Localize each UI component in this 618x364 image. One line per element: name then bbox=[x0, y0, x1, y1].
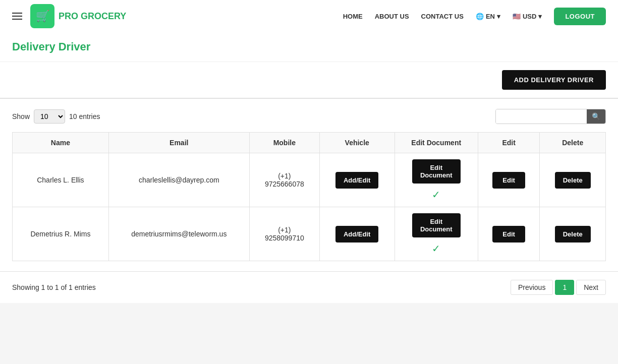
edit-document-button[interactable]: EditDocument bbox=[412, 213, 461, 237]
nav-about[interactable]: ABOUT US bbox=[375, 13, 409, 20]
table-row: Demetrius R. Mims demetriusrmims@telewor… bbox=[13, 207, 606, 261]
page-title-bar: Delivery Driver bbox=[0, 32, 618, 62]
entries-select[interactable]: 10 25 50 100 bbox=[34, 109, 65, 124]
search-icon: 🔍 bbox=[592, 112, 600, 120]
driver-vehicle: Add/Edit bbox=[319, 207, 395, 261]
col-vehicle: Vehicle bbox=[319, 133, 395, 153]
driver-email: charleslellis@dayrep.com bbox=[108, 153, 249, 207]
content-area: ADD DELIVERY DRIVER Show 10 25 50 100 10… bbox=[0, 62, 618, 303]
logo: 🛒 PRO GROCERY bbox=[30, 4, 126, 28]
table-row: Charles L. Ellis charleslellis@dayrep.co… bbox=[13, 153, 606, 207]
vehicle-add-edit-button[interactable]: Add/Edit bbox=[335, 172, 378, 189]
table-header: Name Email Mobile Vehicle Edit Document … bbox=[13, 133, 606, 153]
previous-page-button[interactable]: Previous bbox=[511, 280, 553, 295]
driver-delete: Delete bbox=[540, 207, 606, 261]
driver-delete: Delete bbox=[540, 153, 606, 207]
driver-name: Demetrius R. Mims bbox=[13, 207, 109, 261]
col-edit-document: Edit Document bbox=[395, 133, 478, 153]
logo-post: GROCERY bbox=[81, 11, 126, 21]
language-selector[interactable]: 🌐 EN ▾ bbox=[476, 13, 500, 20]
showing-entries-text: Showing 1 to 1 of 1 entries bbox=[12, 283, 96, 291]
page-title: Delivery Driver bbox=[12, 40, 606, 53]
add-delivery-driver-button[interactable]: ADD DELIVERY DRIVER bbox=[502, 70, 606, 90]
edit-doc-cell: EditDocument ✓ bbox=[403, 213, 470, 255]
data-table: Name Email Mobile Vehicle Edit Document … bbox=[12, 132, 606, 261]
page-number-button[interactable]: 1 bbox=[555, 280, 574, 295]
show-label: Show bbox=[12, 112, 30, 120]
document-check-icon: ✓ bbox=[432, 189, 440, 201]
delete-button[interactable]: Delete bbox=[555, 226, 591, 242]
nav-contact[interactable]: CONTACT US bbox=[421, 13, 464, 20]
header: 🛒 PRO GROCERY HOME ABOUT US CONTACT US 🌐… bbox=[0, 0, 618, 32]
driver-edit: Edit bbox=[478, 153, 539, 207]
edit-doc-cell: EditDocument ✓ bbox=[403, 159, 470, 201]
search-button[interactable]: 🔍 bbox=[587, 109, 605, 124]
lang-label: EN bbox=[486, 13, 495, 20]
col-name: Name bbox=[13, 133, 109, 153]
nav-home[interactable]: HOME bbox=[343, 13, 363, 20]
col-mobile: Mobile bbox=[249, 133, 319, 153]
entries-count-label: 10 entries bbox=[69, 112, 100, 120]
edit-button[interactable]: Edit bbox=[492, 172, 525, 189]
driver-edit: Edit bbox=[478, 207, 539, 261]
next-page-button[interactable]: Next bbox=[576, 280, 606, 295]
logout-button[interactable]: LOGOUT bbox=[554, 8, 606, 25]
logo-pre: PRO bbox=[59, 11, 81, 21]
col-edit: Edit bbox=[478, 133, 539, 153]
driver-edit-doc: EditDocument ✓ bbox=[395, 153, 478, 207]
header-nav: HOME ABOUT US CONTACT US 🌐 EN ▾ 🇺🇸 USD ▾… bbox=[343, 8, 606, 25]
currency-label: USD bbox=[523, 13, 536, 20]
search-box: 🔍 bbox=[495, 109, 606, 124]
delete-button[interactable]: Delete bbox=[555, 172, 591, 189]
search-input[interactable] bbox=[496, 109, 587, 124]
table-controls: Show 10 25 50 100 10 entries 🔍 bbox=[12, 109, 606, 124]
edit-button[interactable]: Edit bbox=[492, 226, 525, 242]
table-body: Charles L. Ellis charleslellis@dayrep.co… bbox=[13, 153, 606, 261]
toolbar: ADD DELIVERY DRIVER bbox=[0, 62, 618, 99]
logo-text: PRO GROCERY bbox=[59, 11, 126, 22]
driver-mobile: (+1)9258099710 bbox=[249, 207, 319, 261]
col-delete: Delete bbox=[540, 133, 606, 153]
currency-selector[interactable]: 🇺🇸 USD ▾ bbox=[513, 13, 542, 20]
hamburger-menu[interactable] bbox=[12, 13, 22, 20]
edit-document-button[interactable]: EditDocument bbox=[412, 159, 461, 184]
driver-mobile: (+1)9725666078 bbox=[249, 153, 319, 207]
driver-email: demetriusrmims@teleworm.us bbox=[108, 207, 249, 261]
logo-emoji: 🛒 bbox=[36, 10, 49, 23]
show-entries: Show 10 25 50 100 10 entries bbox=[12, 109, 100, 124]
pagination-bar: Showing 1 to 1 of 1 entries Previous 1 N… bbox=[0, 271, 618, 303]
col-email: Email bbox=[108, 133, 249, 153]
lang-chevron-icon: ▾ bbox=[497, 13, 500, 20]
vehicle-add-edit-button[interactable]: Add/Edit bbox=[335, 226, 378, 242]
table-section: Show 10 25 50 100 10 entries 🔍 Na bbox=[0, 99, 618, 271]
driver-vehicle: Add/Edit bbox=[319, 153, 395, 207]
lang-flag: 🌐 bbox=[476, 13, 484, 20]
currency-chevron-icon: ▾ bbox=[538, 13, 542, 20]
document-check-icon: ✓ bbox=[432, 242, 440, 255]
logo-icon: 🛒 bbox=[30, 4, 54, 28]
driver-edit-doc: EditDocument ✓ bbox=[395, 207, 478, 261]
currency-flag: 🇺🇸 bbox=[513, 13, 521, 20]
header-left: 🛒 PRO GROCERY bbox=[12, 4, 126, 28]
pagination-controls: Previous 1 Next bbox=[511, 280, 606, 295]
driver-name: Charles L. Ellis bbox=[13, 153, 109, 207]
